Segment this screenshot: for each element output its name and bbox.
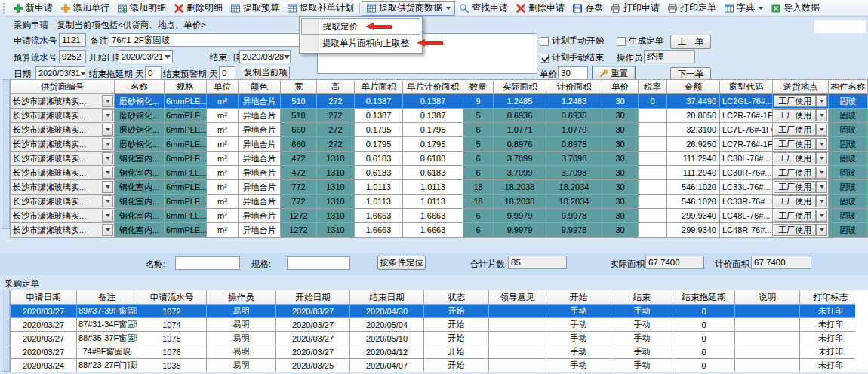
cell[interactable]: 1.0770 [546,123,602,137]
cell[interactable]: 未打印 [800,332,862,345]
dropdown-arrow-icon[interactable] [816,195,827,207]
cell[interactable]: 手动 [546,345,611,359]
cell[interactable]: m² [207,109,239,123]
column-header[interactable]: 单片面积 [355,80,403,94]
column-header[interactable]: 结束 [611,290,673,305]
column-header[interactable]: 领导意见 [489,290,546,305]
cell[interactable]: 工厂使用 [773,123,829,137]
cell[interactable] [639,209,667,223]
cell[interactable] [639,180,667,195]
cell[interactable]: LC30R-76#... [720,166,773,180]
table-row[interactable]: 2020/03/2788#35-37F窗固玻1075易明2020/03/2720… [11,332,862,345]
cell[interactable]: m² [207,223,239,238]
cell[interactable] [639,137,667,152]
cell[interactable] [489,359,546,372]
cell[interactable]: 1310 [317,223,355,238]
cell[interactable]: 固玻 [829,94,868,109]
cell[interactable]: 手动 [546,332,611,345]
column-header[interactable]: 打印标志 [800,290,862,305]
cell[interactable]: 手动 [546,305,611,318]
warn-days-field[interactable] [219,66,235,80]
cell[interactable]: 1.6663 [403,209,463,223]
cell[interactable] [639,223,667,238]
cell[interactable] [735,332,800,345]
toolbar-extract-budget-button[interactable]: 提取预算 [226,1,283,16]
toolbar-print-request-button[interactable]: 打印申请 [607,1,663,16]
table-row[interactable]: 长沙市潇湘玻璃实...钢化室内...6mmPLE...m²异地合片4721310… [11,152,868,166]
cell[interactable]: 660 [281,137,317,152]
row-selector-gutter[interactable] [2,290,10,372]
cell[interactable]: 0.6183 [355,152,403,166]
dropdown-arrow-icon[interactable] [816,109,827,121]
cell[interactable]: 异地合片 [239,109,281,123]
cell[interactable]: 固玻 [829,123,868,137]
cell[interactable]: 2020/03/27 [276,345,350,359]
toolbar-grip-handle[interactable] [3,3,6,14]
cell[interactable]: 18.2038 [494,195,546,209]
cell[interactable]: 磨砂钢化... [115,109,165,123]
table-row[interactable]: 长沙市潇湘玻璃实...磨砂钢化...6mmPLE...m²异地合片6602720… [11,137,868,152]
cell[interactable]: 工厂使用 [773,209,829,223]
cell[interactable]: LC48R-76#... [720,223,773,238]
cell[interactable]: 0.1795 [403,123,463,137]
cell[interactable]: 6mmPLE... [165,123,207,137]
cell[interactable]: LC7R-76#-1FO [720,137,773,152]
cell[interactable]: 299.9340 [667,223,720,238]
cell[interactable]: 32.3100 [667,123,720,137]
table-row[interactable]: 长沙市潇湘玻璃实...磨砂钢化...6mmPLE...m²异地合片6602720… [11,123,868,137]
cell[interactable]: 异地合片 [239,195,281,209]
cell[interactable]: 6mmPLE... [165,180,207,195]
column-header[interactable]: 开始日期 [276,290,350,305]
dropdown-arrow-icon[interactable] [102,167,113,179]
cell[interactable]: 30 [602,166,639,180]
cell[interactable]: LC33L-76#... [720,180,773,195]
cell[interactable]: 1.0771 [494,123,546,137]
cell[interactable]: 6 [463,223,494,238]
cell[interactable]: LC2R-76#-1F [720,109,773,123]
cell[interactable]: 6mmPLE... [165,94,207,109]
cell[interactable]: 易明 [207,305,276,318]
cell[interactable]: 30 [602,223,639,238]
cell[interactable]: 钢化室内... [115,195,165,209]
cell[interactable]: 6 [463,123,494,137]
cell[interactable]: 0.6183 [403,166,463,180]
cell[interactable]: 固玻 [829,152,868,166]
toolbar-new-request-button[interactable]: 新申请 [9,1,57,16]
dropdown-arrow-icon[interactable] [816,95,827,107]
cell[interactable]: LC33R-76#... [720,195,773,209]
cell[interactable]: 钢化室内... [115,152,165,166]
cell[interactable]: 1035 [137,359,207,372]
cell[interactable]: 磨砂钢化... [115,94,165,109]
cell[interactable]: 异地合片 [239,137,281,152]
cell[interactable]: 工厂使用 [773,180,829,195]
cell[interactable]: 手动 [611,332,673,345]
cell[interactable]: 18.2034 [546,180,602,195]
cell[interactable]: 6 [463,166,494,180]
cell[interactable]: 2020/03/27 [276,332,350,345]
cell[interactable]: 手动 [611,318,673,332]
column-header[interactable]: 计价面积 [546,80,602,94]
cell[interactable]: 6mmPLE... [165,223,207,238]
cell[interactable]: 手动 [611,305,673,318]
toolbar-delete-detail-button[interactable]: 删除明细 [170,1,226,16]
cell[interactable]: 2020/04/07 [350,359,424,372]
toolbar-save-button[interactable]: 存盘 [568,1,607,16]
dropdown-arrow-icon[interactable] [816,210,827,222]
cell[interactable]: 18.2034 [546,195,602,209]
cell[interactable]: 2020/03/27 [11,305,77,318]
cell[interactable]: 1310 [317,152,355,166]
cell[interactable]: 660 [281,123,317,137]
cell[interactable]: 88#23-27F门顶玻 [77,359,137,372]
cell[interactable]: 开始 [424,318,489,332]
previous-order-button[interactable]: 上一单 [670,35,711,49]
cell[interactable]: 长沙市潇湘玻璃实... [11,137,115,152]
cell[interactable]: 2020/03/25 [276,359,350,372]
cell[interactable]: 磨砂钢化... [115,137,165,152]
cell[interactable]: 2020/05/10 [350,332,424,345]
cell[interactable]: 长沙市潇湘玻璃实... [11,152,115,166]
column-header[interactable]: 数量 [463,80,494,94]
column-header[interactable]: 高 [317,80,355,94]
cell[interactable]: 18.2038 [494,180,546,195]
cell[interactable]: 异地合片 [239,180,281,195]
cell[interactable]: 9.9979 [494,209,546,223]
